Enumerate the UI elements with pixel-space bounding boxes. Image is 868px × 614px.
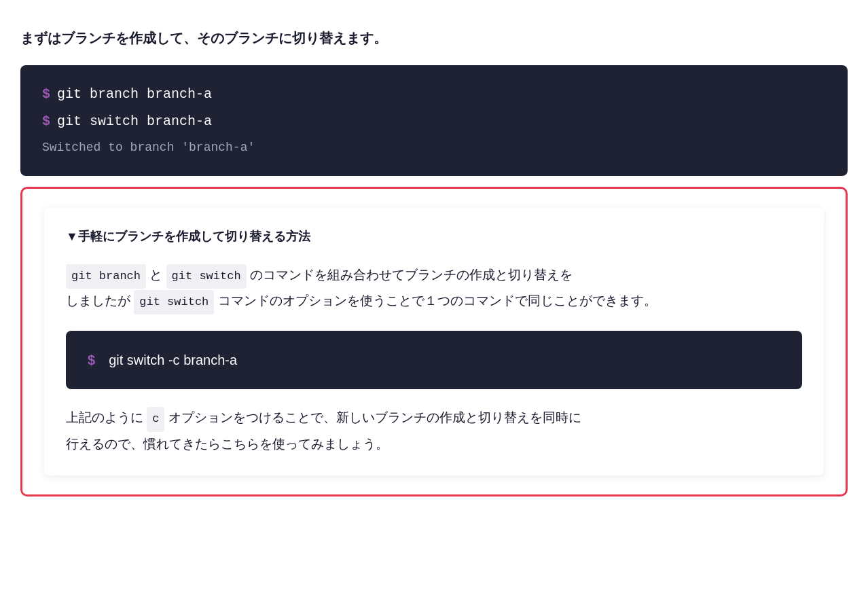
desc-text-1: と [149, 268, 166, 282]
desc-text-2: のコマンドを組み合わせてブランチの作成と切り替えを [250, 268, 573, 282]
command-1: git branch branch-a [57, 84, 212, 105]
command-inner: git switch -c branch-a [109, 350, 237, 370]
terminal-block-top: $ git branch branch-a $ git switch branc… [20, 65, 848, 176]
prompt-2: $ [42, 111, 50, 132]
description-paragraph-1: git branch と git switch のコマンドを組み合わせてブランチ… [66, 263, 802, 315]
bottom-text-paragraph: 上記のように c オプションをつけることで、新しいブランチの作成と切り替えを同時… [66, 405, 802, 456]
intro-text: まずはブランチを作成して、そのブランチに切り替えます。 [20, 27, 848, 49]
prompt-1: $ [42, 84, 50, 105]
desc-text-4: コマンドのオプションを使うことで１つのコマンドで同じことができます。 [218, 293, 657, 308]
inline-code-git-switch-1: git switch [166, 264, 247, 289]
terminal-block-inner: $ git switch -c branch-a [66, 331, 802, 389]
desc-text-3: しましたが [66, 293, 134, 308]
info-box: ▼手軽にブランチを作成して切り替える方法 git branch と git sw… [20, 187, 848, 496]
terminal-output-1: Switched to branch 'branch-a' [42, 139, 826, 157]
terminal-line-1: $ git branch branch-a [42, 84, 826, 105]
bottom-text-3: 行えるので、慣れてきたらこちらを使ってみましょう。 [66, 437, 388, 451]
output-text-1: Switched to branch 'branch-a' [42, 139, 255, 157]
inline-code-git-switch-2: git switch [134, 290, 214, 314]
collapsible-title[interactable]: ▼手軽にブランチを作成して切り替える方法 [66, 227, 802, 247]
inner-white-box: ▼手軽にブランチを作成して切り替える方法 git branch と git sw… [44, 208, 824, 475]
command-2: git switch branch-a [57, 111, 212, 132]
inline-code-c: c [147, 407, 164, 431]
prompt-inner: $ [88, 350, 95, 370]
terminal-line-inner: $ git switch -c branch-a [88, 350, 780, 370]
inline-code-git-branch: git branch [66, 264, 146, 289]
bottom-text-2: オプションをつけることで、新しいブランチの作成と切り替えを同時に [168, 410, 581, 425]
terminal-line-2: $ git switch branch-a [42, 111, 826, 132]
bottom-text-1: 上記のように [66, 410, 147, 425]
